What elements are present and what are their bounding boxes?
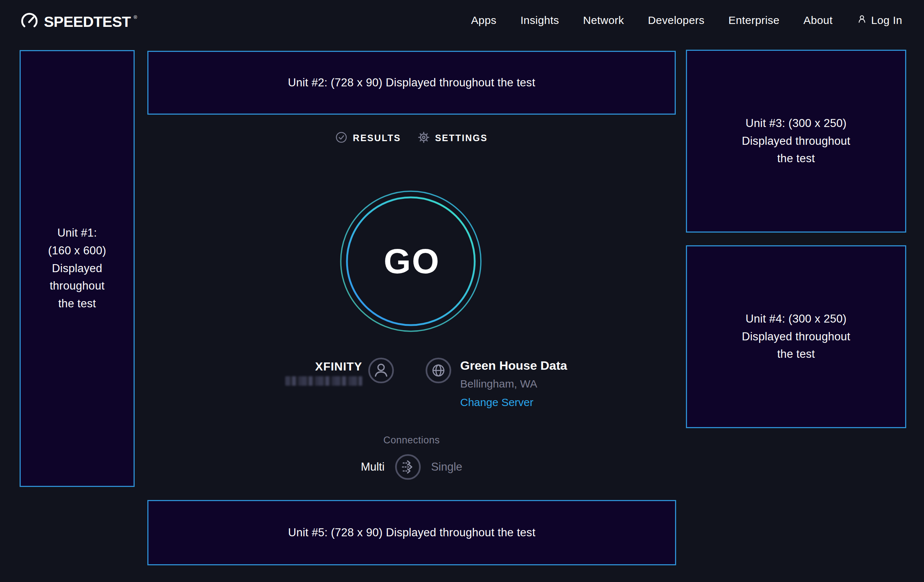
ad-unit-2[interactable]: Unit #2: (728 x 90) Displayed throughout… bbox=[147, 51, 676, 115]
gear-icon bbox=[418, 131, 430, 145]
user-icon bbox=[368, 358, 394, 384]
server-block: Green House Data Bellingham, WA Change S… bbox=[460, 358, 567, 409]
ad-unit-3[interactable]: Unit #3: (300 x 250) Displayed throughou… bbox=[686, 50, 906, 232]
nav-item-insights[interactable]: Insights bbox=[520, 14, 559, 26]
tab-results-label: RESULTS bbox=[353, 133, 401, 143]
isp-ip-redacted bbox=[285, 376, 362, 386]
toggle-option-single[interactable]: Single bbox=[431, 460, 462, 473]
go-button-label: GO bbox=[338, 189, 483, 334]
gauge-icon bbox=[20, 12, 39, 32]
tab-settings[interactable]: SETTINGS bbox=[418, 131, 488, 145]
nav-item-network[interactable]: Network bbox=[583, 14, 624, 26]
speedtest-page: SPEEDTEST ® Apps Insights Network Develo… bbox=[0, 0, 924, 582]
main-nav: Apps Insights Network Developers Enterpr… bbox=[471, 0, 902, 41]
login-button[interactable]: Log In bbox=[856, 14, 902, 27]
nav-item-about[interactable]: About bbox=[804, 14, 833, 26]
server-location: Bellingham, WA bbox=[460, 378, 567, 390]
check-circle-icon bbox=[335, 131, 347, 145]
server-name: Green House Data bbox=[460, 358, 567, 373]
connections-label: Connections bbox=[147, 435, 676, 446]
multi-connection-toggle-icon[interactable] bbox=[395, 454, 421, 480]
connections-toggle: Multi Single bbox=[147, 454, 676, 480]
connections-section: Connections Multi Single bbox=[147, 435, 676, 480]
nav-item-enterprise[interactable]: Enterprise bbox=[728, 14, 780, 26]
isp-user-badge bbox=[368, 358, 394, 384]
ad-unit-1[interactable]: Unit #1: (160 x 600) Displayed throughou… bbox=[20, 50, 135, 487]
view-tabs: RESULTS SETTINGS bbox=[147, 131, 676, 145]
ad-unit-5[interactable]: Unit #5: (728 x 90) Displayed throughout… bbox=[147, 500, 676, 565]
ad-unit-4-label: Unit #4: (300 x 250) Displayed throughou… bbox=[742, 310, 850, 364]
person-icon bbox=[856, 14, 867, 27]
logo-text: SPEEDTEST bbox=[44, 13, 130, 30]
nav-item-apps[interactable]: Apps bbox=[471, 14, 497, 26]
globe-icon bbox=[425, 358, 452, 384]
tab-settings-label: SETTINGS bbox=[435, 133, 488, 143]
isp-name: XFINITY bbox=[254, 360, 362, 373]
server-globe-badge bbox=[425, 358, 452, 384]
ad-unit-4[interactable]: Unit #4: (300 x 250) Displayed throughou… bbox=[686, 245, 906, 428]
nav-item-developers[interactable]: Developers bbox=[648, 14, 705, 26]
change-server-link[interactable]: Change Server bbox=[460, 396, 533, 409]
toggle-option-multi[interactable]: Multi bbox=[361, 460, 384, 473]
ad-unit-5-label: Unit #5: (728 x 90) Displayed throughout… bbox=[288, 524, 536, 542]
go-button[interactable]: GO bbox=[338, 189, 483, 334]
speedtest-logo[interactable]: SPEEDTEST ® bbox=[20, 12, 139, 32]
tab-results[interactable]: RESULTS bbox=[335, 131, 401, 145]
ad-unit-1-label: Unit #1: (160 x 600) Displayed throughou… bbox=[48, 224, 106, 313]
ad-unit-3-label: Unit #3: (300 x 250) Displayed throughou… bbox=[742, 115, 850, 168]
ad-unit-2-label: Unit #2: (728 x 90) Displayed throughout… bbox=[288, 74, 535, 92]
logo-trademark: ® bbox=[134, 15, 137, 20]
isp-block: XFINITY bbox=[254, 360, 362, 387]
header: SPEEDTEST ® Apps Insights Network Develo… bbox=[0, 0, 924, 41]
